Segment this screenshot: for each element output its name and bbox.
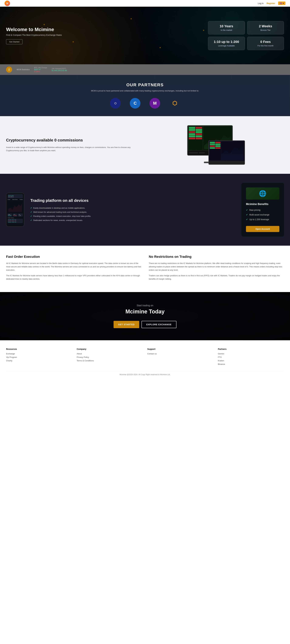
laptop-chart — [221, 142, 244, 160]
footer-link-kraken[interactable]: Kraken — [218, 360, 284, 362]
hero-section: Welcome to Mcimine Find & Compare The Be… — [0, 7, 290, 64]
benefits-title: Mcimine Benefits — [246, 202, 279, 206]
benefit-0: Raw pricing — [246, 209, 279, 211]
phone-screen: BTC/USD $41,050.21 Chart Order Book Trad… — [6, 193, 24, 226]
benefit-2: Up to 1:200 leverage — [246, 218, 279, 221]
laptop-chartline — [221, 142, 244, 160]
footer-partners-title: Partners — [218, 348, 284, 350]
stat-card-2: 1:10 up to 1:200 Leverage Available — [208, 37, 245, 50]
mcm-stats-bar: ₿ MCM Statistics BTC 24h Change $207.57 … — [0, 64, 290, 75]
exec-right-title: No Restrictions on Trading — [149, 255, 284, 259]
stat-main-2: 1:10 up to 1:200 — [211, 40, 242, 44]
mcm-stats-icon: ₿ — [6, 66, 12, 73]
exec-right-p1: There are no trading restrictions on the… — [149, 262, 284, 272]
footer-support: Support Contact us — [147, 348, 213, 366]
stat-card-1: 2 Weeks Bronze Tier — [247, 21, 284, 34]
footer-partners: Partners Gemini FTX Kraken Binance — [218, 348, 284, 366]
laptop-device — [208, 140, 245, 165]
stat-sub-2: Leverage Available — [211, 44, 242, 47]
language-selector[interactable]: 🇬🇧 ▾ — [278, 2, 285, 5]
hero-subtitle: Find & Compare The Best Cryptocurrency E… — [6, 34, 208, 36]
phone-header: BTC/USD $41,050.21 — [8, 194, 23, 198]
hero-content: Welcome to Mcimine Find & Compare The Be… — [6, 27, 208, 44]
site-logo[interactable]: M — [5, 0, 10, 6]
partner-binance: ⬡ — [169, 98, 180, 108]
footer-copyright: Mcimine @2020-2024. All Copy Right reser… — [6, 371, 284, 376]
start-sub: Start trading on — [137, 304, 153, 307]
login-link[interactable]: Log in — [258, 2, 263, 4]
footer-link-vip[interactable]: Vip Program — [6, 356, 72, 358]
crypto-text: Cryptocurrency available 0 commissions I… — [6, 138, 142, 152]
feature-1: Well known for advanced trading tools an… — [30, 211, 235, 213]
platform-title: Trading platform on all devices — [30, 198, 235, 203]
hero-cta-button[interactable]: Get Started — [6, 39, 23, 44]
footer-support-title: Support — [147, 348, 213, 350]
start-title: Mcimine Today — [125, 308, 164, 315]
exec-left-p2: The IC Markets for Mcimine trade servers… — [6, 274, 141, 281]
partners-title: OUR PARTNERS — [6, 82, 284, 87]
exec-left: Fast Order Execution All IC Markets for … — [6, 255, 141, 283]
footer-link-binance[interactable]: Binance — [218, 363, 284, 365]
btc-change-stat: BTC 24h Change $207.57 0.335% — [34, 67, 47, 72]
phone-data: High42,100 Low40,200 Vol1.2B — [8, 214, 23, 216]
feature-3: Dedicated sections for news, events, une… — [30, 219, 235, 222]
partner-coinbase: C — [130, 98, 140, 108]
start-buttons: GET STARTED EXPLORE EXCHANGE — [114, 321, 176, 328]
partner-ibc: ⬡ — [110, 98, 121, 108]
footer-link-terms[interactable]: Terms & Conditions — [77, 360, 143, 362]
partners-section: OUR PARTNERS MCM is proud to have partne… — [0, 75, 290, 116]
mcm-stats-label: MCM Statistics — [17, 68, 30, 71]
benefit-1: Multi-asset exchange — [246, 214, 279, 216]
laptop-table — [209, 142, 221, 160]
footer-link-privacy[interactable]: Privacy Policy — [77, 356, 143, 358]
stat-sub-1: Bronze Tier — [250, 29, 281, 31]
stat-card-3: 0 Fees For the first month — [247, 37, 284, 50]
footer-link-gemini[interactable]: Gemini — [218, 352, 284, 355]
crypto-title: Cryptocurrency available 0 commissions — [6, 138, 142, 143]
platform-content: Trading platform on all devices Easily d… — [30, 198, 235, 222]
hero-stats: 10 Years In the market 2 Weeks Bronze Ti… — [208, 21, 284, 50]
start-get-started-button[interactable]: GET STARTED — [114, 321, 139, 328]
footer-resources: Resources Exchange Vip Program Charity — [6, 348, 72, 366]
exec-left-p1: All IC Markets for Mcimine servers are l… — [6, 262, 141, 272]
phone-chart-line — [8, 201, 22, 212]
register-link[interactable]: Register — [267, 2, 275, 4]
trading-platform-section: BTC/USD $41,050.21 Chart Order Book Trad… — [0, 174, 290, 246]
feature-0: Easily downloadable in desktop and as mo… — [30, 207, 235, 209]
execution-section: Fast Order Execution All IC Markets for … — [0, 246, 290, 292]
footer-company-title: Company — [77, 348, 143, 350]
footer-link-contact[interactable]: Contact us — [147, 352, 213, 355]
crypto-description: Invest in a wide range of Cryptocurrency… — [6, 146, 142, 152]
crypto-section: Cryptocurrency available 0 commissions I… — [0, 116, 290, 174]
stat-card-0: 10 Years In the market — [208, 21, 245, 34]
crypto-image — [148, 125, 284, 165]
btc-icon: ₿ — [6, 66, 12, 73]
benefit-image: 🌐 — [246, 188, 279, 200]
phone-ticker: BTC/USD — [8, 195, 22, 196]
exec-right-p2: Traders can also hedge positions as ther… — [149, 274, 284, 281]
phone-mockup: BTC/USD $41,050.21 Chart Order Book Trad… — [6, 193, 24, 227]
volume-stat: 24h Volume(USDT) $1,440,250,532.88 — [52, 68, 67, 72]
platform-features: Easily downloadable in desktop and as mo… — [30, 207, 235, 222]
stat-sub-0: In the market — [211, 29, 242, 31]
start-trading-section: Start trading on Mcimine Today GET START… — [0, 292, 290, 340]
partners-subtitle: MCM is proud to have partnered and colla… — [6, 90, 284, 92]
exec-right: No Restrictions on Trading There are no … — [149, 255, 284, 283]
explore-exchange-button[interactable]: EXPLORE EXCHANGE — [142, 321, 176, 328]
stat-main-0: 10 Years — [211, 24, 242, 28]
exec-left-title: Fast Order Execution — [6, 255, 141, 259]
footer: Resources Exchange Vip Program Charity C… — [0, 340, 290, 379]
hero-title: Welcome to Mcimine — [6, 27, 208, 32]
stat-main-3: 0 Fees — [250, 40, 281, 44]
partner-maiar: M — [150, 98, 160, 108]
footer-link-ftx[interactable]: FTX — [218, 356, 284, 358]
feature-2: Pending orders available, instant execut… — [30, 215, 235, 217]
partner-logos: ⬡ C M ⬡ — [6, 98, 284, 108]
footer-link-about[interactable]: About — [77, 352, 143, 355]
footer-link-charity[interactable]: Charity — [6, 360, 72, 362]
stat-main-1: 2 Weeks — [250, 24, 281, 28]
monitor-wrapper — [187, 125, 245, 165]
laptop-screen — [209, 141, 245, 161]
footer-link-exchange[interactable]: Exchange — [6, 352, 72, 355]
open-account-button[interactable]: Open Account — [246, 226, 279, 232]
